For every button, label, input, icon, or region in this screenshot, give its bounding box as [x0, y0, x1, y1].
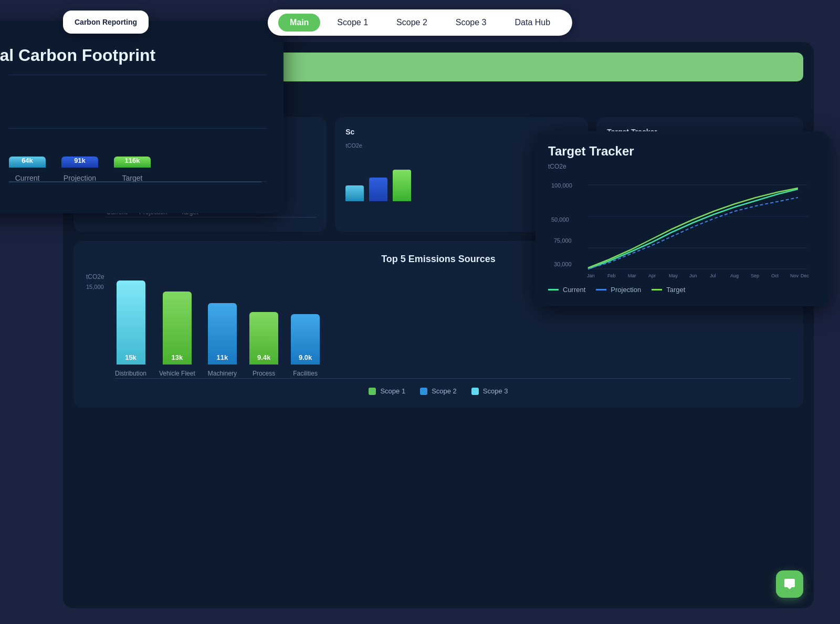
legend-line-current	[548, 289, 559, 290]
svg-text:50,000: 50,000	[551, 216, 569, 223]
svg-text:Sep: Sep	[751, 273, 759, 278]
legend-dot-scope2	[420, 388, 427, 395]
bar-name-target: Target	[122, 174, 143, 182]
svg-text:Jun: Jun	[689, 273, 697, 278]
bar-distribution: 15k	[117, 280, 145, 365]
svg-text:Mar: Mar	[628, 273, 636, 278]
bar-fleet: 13k	[163, 292, 192, 365]
footprint-title: Total Carbon Footprint	[0, 46, 267, 65]
legend-dot-scope3	[471, 388, 479, 395]
emissions-bar-process: 9.4k Process	[249, 312, 278, 377]
target-tracker-legend: Current Projection Target	[548, 286, 817, 294]
nav-item-scope1[interactable]: Scope 1	[326, 14, 380, 32]
svg-text:30,000: 30,000	[554, 261, 572, 267]
target-tracker-unit: tCO2e	[548, 163, 817, 170]
target-tracker-overlay: Target Tracker tCO2e 100,000 50,000 75,0…	[536, 131, 830, 306]
chat-button[interactable]	[776, 570, 803, 598]
nav-item-main[interactable]: Main	[278, 14, 320, 32]
legend-current: Current	[548, 286, 585, 294]
nav-bar: Main Scope 1 Scope 2 Scope 3 Data Hub	[268, 9, 572, 36]
svg-text:Nov: Nov	[790, 273, 799, 278]
carbon-reporting-label: Carbon Reporting	[75, 18, 137, 26]
bar-group-target: 116k Target	[114, 157, 151, 182]
legend-dot-scope1	[369, 388, 376, 395]
bar-machinery: 11k	[208, 303, 237, 365]
nav-item-scope3[interactable]: Scope 3	[444, 14, 498, 32]
svg-text:Apr: Apr	[648, 273, 656, 278]
svg-text:Feb: Feb	[607, 273, 616, 278]
footprint-overlay: tCO2e Total Carbon Footprint 100,000 50,…	[0, 21, 284, 213]
svg-text:100,000: 100,000	[551, 182, 572, 189]
legend-scope3: Scope 3	[471, 387, 508, 395]
nav-item-datahub[interactable]: Data Hub	[503, 14, 562, 32]
bar-name-current: Current	[15, 174, 40, 182]
target-tracker-svg: 100,000 50,000 75,000 30,000 Jan Feb Mar…	[548, 174, 817, 279]
legend-line-projection	[596, 289, 606, 290]
legend-scope1: Scope 1	[369, 387, 405, 395]
emissions-bar-facilities: 9.0k Facilities	[291, 314, 320, 377]
bar-group-current: 64k Current	[9, 157, 46, 182]
emissions-legend: Scope 1 Scope 2 Scope 3	[86, 387, 791, 395]
legend-scope2: Scope 2	[420, 387, 457, 395]
legend-line-target	[652, 289, 662, 290]
legend-projection: Projection	[596, 286, 641, 294]
target-tracker-title: Target Tracker	[548, 144, 817, 159]
emissions-bar-distribution: 15k Distribution	[115, 280, 146, 377]
svg-text:Jan: Jan	[587, 273, 595, 278]
bar-projection-large: 91k	[61, 157, 98, 168]
emissions-bar-fleet: 13k Vehicle Fleet	[159, 292, 195, 377]
svg-text:Oct: Oct	[771, 273, 779, 278]
bar-process: 9.4k	[249, 312, 278, 365]
chat-icon	[783, 578, 796, 590]
bar-group-projection: 91k Projection	[61, 157, 98, 182]
footprint-unit: tCO2e	[0, 36, 267, 44]
legend-target: Target	[652, 286, 685, 294]
emissions-bar-machinery: 11k Machinery	[208, 303, 237, 377]
svg-text:May: May	[669, 273, 678, 278]
bar-name-projection: Projection	[64, 174, 96, 182]
carbon-reporting-card: Carbon Reporting	[63, 11, 149, 34]
svg-text:Aug: Aug	[730, 273, 739, 278]
nav-item-scope2[interactable]: Scope 2	[385, 14, 439, 32]
bar-current-large: 64k	[9, 157, 46, 168]
footprint-chart-area: 100,000 50,000 64k Current 91k	[0, 75, 267, 201]
bar-facilities: 9.0k	[291, 314, 320, 365]
svg-text:Jul: Jul	[710, 273, 716, 278]
svg-text:Dec: Dec	[801, 273, 810, 278]
svg-text:75,000: 75,000	[554, 237, 572, 244]
bar-target-large: 116k	[114, 157, 151, 168]
